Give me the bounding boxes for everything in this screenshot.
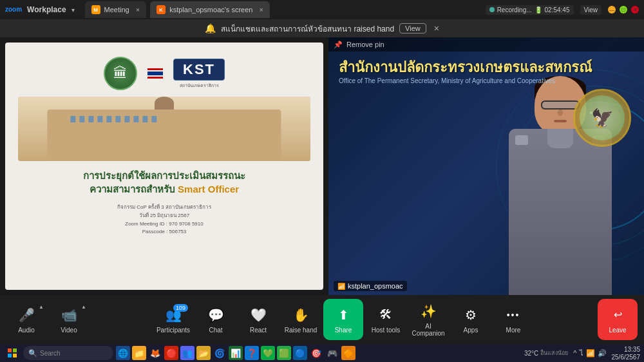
dept-seal: 🦅 — [573, 89, 631, 147]
thai-flag — [147, 68, 163, 79]
recording-text: Recording... — [497, 6, 532, 14]
window-1 — [71, 116, 76, 122]
taskbar-app-app3[interactable]: 💚 — [261, 346, 275, 360]
volume-icon[interactable]: 🔊 — [598, 349, 607, 357]
window-5 — [107, 116, 112, 122]
taskbar-app-app8[interactable]: 🔶 — [341, 346, 355, 360]
participants-button[interactable]: 👥 Participants 109 — [153, 299, 193, 340]
windows-start-button[interactable] — [4, 346, 21, 360]
left-insignia — [515, 135, 528, 145]
taskbar-search-bar[interactable]: 🔍 Search — [23, 346, 113, 360]
window-7 — [125, 116, 130, 122]
taskbar-app-explorer[interactable]: 📁 — [132, 346, 146, 360]
win-sq-1 — [8, 348, 12, 352]
ai-companion-icon: ✨ — [419, 302, 437, 320]
raise-hand-button[interactable]: ✋ Raise hand — [281, 299, 321, 340]
presentation-title-line2: ความสามารถสำหรับ Smart Officer — [83, 182, 245, 196]
dropdown-chevron[interactable]: ▾ — [71, 6, 75, 14]
window-9 — [143, 116, 148, 122]
pin-icon: 📌 — [334, 41, 343, 49]
taskbar-app-app5[interactable]: 🔵 — [293, 346, 307, 360]
taskbar-app-teams[interactable]: 👥 — [180, 346, 194, 360]
notification-icon: 🔔 — [205, 23, 216, 33]
thai-input-icon[interactable]: ไ — [580, 347, 583, 359]
react-icon: 🤍 — [249, 306, 267, 324]
window-6 — [116, 116, 121, 122]
host-tools-button[interactable]: 🛠 Host tools — [366, 299, 406, 340]
meeting-tab-icon: M — [91, 5, 100, 14]
window-10 — [152, 116, 157, 122]
taskbar-app-app7[interactable]: 🎮 — [325, 346, 339, 360]
taskbar-app-firefox[interactable]: 🦊 — [148, 346, 162, 360]
video-button[interactable]: 📹 Video ▲ — [49, 299, 89, 340]
chat-button[interactable]: 💬 Chat — [196, 299, 236, 340]
react-label: React — [250, 327, 267, 334]
seal-figure: 🦅 — [591, 108, 614, 129]
taskbar-app-folder[interactable]: 📂 — [196, 346, 211, 360]
zoom-text: zoom — [5, 6, 22, 13]
taskbar-app-app2[interactable]: 🌀 — [213, 346, 227, 360]
close-button[interactable]: ✕ — [631, 6, 639, 14]
chat-icon: 💬 — [207, 306, 225, 324]
meeting-tab-close[interactable]: × — [136, 6, 140, 14]
video-panel: 📌 Remove pin สำนักงานปลัดกระทรวงเกษตรและ… — [328, 37, 644, 295]
taskbar-app-edge[interactable]: 🌐 — [116, 346, 130, 360]
flag-red-bottom — [147, 77, 163, 79]
toolbar-left-group: 🎤 Audio ▲ 📹 Video ▲ — [6, 299, 89, 340]
tab-meeting[interactable]: M Meeting × — [85, 1, 147, 18]
leave-label: Leave — [609, 327, 626, 334]
audio-chevron: ▲ — [39, 304, 44, 310]
screen-tab-close[interactable]: × — [259, 6, 263, 14]
notification-text: สแน็กแชตและสถานการณ์หัวข้อสนทนา raised h… — [221, 23, 394, 35]
taskbar-app-excel[interactable]: 📊 — [229, 346, 243, 360]
tab-group: M Meeting × K kstplan_opsmoac's screen × — [85, 1, 270, 18]
recording-dot — [489, 7, 495, 12]
building-facade — [47, 110, 281, 161]
more-label: More — [506, 327, 521, 334]
toolbar-center-group: 👥 Participants 109 💬 Chat 🤍 React ✋ Rais… — [153, 299, 533, 340]
recording-badge: Recording... 🔋 02:54:45 — [486, 5, 574, 15]
sys-icons-group: ^ ไ 📶 🔊 — [573, 347, 606, 359]
leave-button[interactable]: ↩ Leave — [598, 299, 638, 340]
participants-label: Participants — [156, 327, 190, 334]
minimize-button[interactable]: — — [608, 6, 616, 14]
win-sq-2 — [13, 348, 17, 352]
battery-icon: 🔋 — [535, 6, 542, 14]
host-tools-label: Host tools — [372, 327, 400, 334]
audio-label: Audio — [18, 327, 35, 334]
taskbar-app-app6[interactable]: 🎯 — [309, 346, 323, 360]
audio-button[interactable]: 🎤 Audio ▲ — [6, 299, 46, 340]
more-button[interactable]: ••• More — [493, 299, 533, 340]
react-button[interactable]: 🤍 React — [238, 299, 278, 340]
taskbar-app-help[interactable]: ❓ — [245, 346, 259, 360]
taskbar-app-app1[interactable]: 🔴 — [164, 346, 178, 360]
screen-tab-icon: K — [156, 5, 166, 14]
apps-button[interactable]: ⚙ Apps — [451, 299, 491, 340]
wifi-icon[interactable]: 📶 — [586, 349, 595, 357]
raise-hand-icon: ✋ — [292, 306, 310, 324]
meeting-tab-label: Meeting — [104, 6, 129, 14]
leave-icon: ↩ — [609, 306, 627, 324]
audio-icon: 🎤 — [17, 306, 35, 324]
taskbar-time: 13:35 — [624, 346, 640, 354]
toolbar-right-group: ↩ Leave — [598, 299, 638, 340]
maximize-button[interactable]: □ — [620, 6, 627, 14]
chevron-up-icon[interactable]: ^ — [573, 349, 576, 357]
video-icon: 📹 — [60, 306, 78, 324]
ai-companion-button[interactable]: ✨ AI Companion — [408, 299, 448, 340]
tab-screen[interactable]: K kstplan_opsmoac's screen × — [150, 1, 270, 18]
signal-icon: 📶 — [337, 283, 345, 290]
temperature-text: 32°C — [524, 350, 538, 357]
detail-line2: วันที่ 25 มิถุนายน 2567 — [117, 212, 211, 220]
notification-view-button[interactable]: View — [399, 23, 426, 33]
kst-subtitle: สถาบันเกษตราธิการ — [180, 82, 219, 89]
participants-badge: 109 — [173, 304, 188, 312]
taskbar-app-app4[interactable]: 🟩 — [277, 346, 291, 360]
notification-close-button[interactable]: × — [434, 23, 439, 33]
kst-logo-group: KST สถาบันเกษตราธิการ — [173, 59, 225, 89]
share-button[interactable]: ⬆ Share — [323, 299, 363, 340]
view-button[interactable]: View — [580, 5, 602, 15]
weather-widget: 32°C อื่นแสงน้อย — [524, 348, 568, 357]
windows-logo — [8, 348, 17, 357]
remove-pin-bar[interactable]: 📌 Remove pin — [328, 37, 644, 52]
